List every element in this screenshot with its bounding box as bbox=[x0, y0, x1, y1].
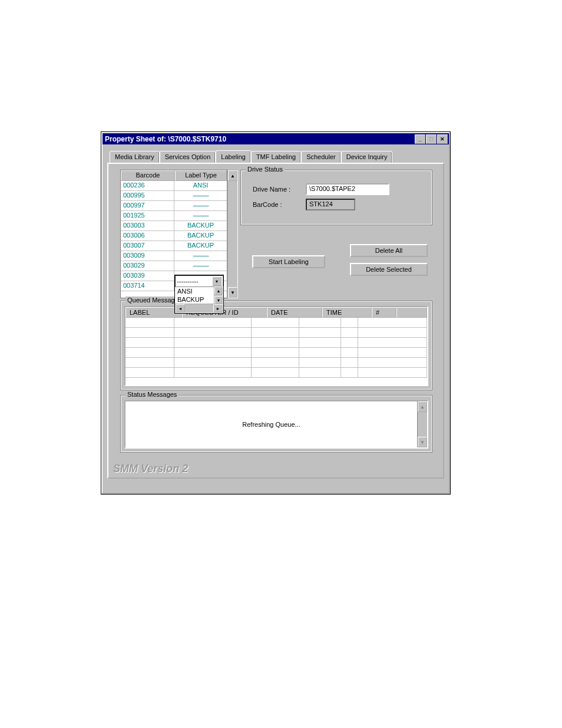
status-messages-legend: Status Messages bbox=[125, 391, 178, 398]
dropdown-selected: ---------- bbox=[177, 278, 199, 285]
barcode-scrollbar[interactable]: ▲ ▼ bbox=[227, 170, 238, 298]
scroll-down-icon[interactable]: ▼ bbox=[228, 287, 237, 298]
titlebar: Property Sheet of: \S7000.$STK9710 _ □ ✕ bbox=[103, 133, 449, 144]
barcode-row[interactable]: 000236ANSI bbox=[121, 181, 227, 191]
minimize-button[interactable]: _ bbox=[415, 134, 425, 144]
drive-status-legend: Drive Status bbox=[246, 166, 285, 173]
start-labeling-button[interactable]: Start Labeling bbox=[252, 255, 325, 268]
tab-tmf-labeling[interactable]: TMF Labeling bbox=[251, 151, 301, 163]
dropdown-vscroll[interactable]: ▲▼ bbox=[214, 286, 223, 305]
barcode-row[interactable]: 003009---------- bbox=[121, 251, 227, 261]
labeltype-dropdown[interactable]: ---------- ▼ ANSIBACKUP ▲▼ ◄► bbox=[174, 275, 224, 314]
queued-messages-group: Queued Messages LABEL REQUESTER / ID DAT… bbox=[120, 301, 432, 390]
queued-messages-table[interactable]: LABEL REQUESTER / ID DATE TIME # bbox=[124, 306, 428, 386]
drive-name-field[interactable]: \S7000.$TAPE2 bbox=[306, 183, 389, 195]
col-header-labeltype[interactable]: Label Type bbox=[175, 170, 227, 181]
property-sheet-window: Property Sheet of: \S7000.$STK9710 _ □ ✕… bbox=[101, 132, 450, 494]
barcode-label: BarCode : bbox=[253, 201, 306, 208]
status-message-text: Refreshing Queue... bbox=[125, 401, 417, 447]
barcode-row[interactable]: 003007BACKUP bbox=[121, 241, 227, 251]
status-messages-group: Status Messages Refreshing Queue... ▲ ▼ bbox=[120, 395, 432, 453]
chevron-down-icon[interactable]: ▼ bbox=[212, 276, 222, 286]
footer-brand: SMM Version 2 bbox=[113, 463, 188, 475]
scroll-up-icon[interactable]: ▲ bbox=[228, 170, 237, 181]
tab-labeling[interactable]: Labeling bbox=[216, 150, 251, 163]
close-button[interactable]: ✕ bbox=[437, 134, 448, 144]
queue-col-time[interactable]: TIME bbox=[322, 307, 372, 318]
scroll-down-icon[interactable]: ▼ bbox=[418, 437, 427, 447]
scroll-up-icon[interactable]: ▲ bbox=[418, 401, 427, 412]
maximize-button: □ bbox=[426, 134, 437, 144]
dropdown-hscroll[interactable]: ◄► bbox=[175, 304, 223, 313]
queue-col-blank bbox=[396, 307, 427, 318]
queue-col-date[interactable]: DATE bbox=[267, 307, 322, 318]
queue-col-hash[interactable]: # bbox=[372, 307, 396, 318]
barcode-row[interactable]: 001925---------- bbox=[121, 211, 227, 221]
barcode-row[interactable]: 000997---------- bbox=[121, 201, 227, 211]
col-header-barcode[interactable]: Barcode bbox=[121, 170, 175, 181]
barcode-row[interactable]: 000995---------- bbox=[121, 191, 227, 201]
tab-strip: Media Library Services Option Labeling T… bbox=[110, 150, 444, 163]
barcode-row[interactable]: 003003BACKUP bbox=[121, 221, 227, 231]
barcode-row[interactable]: 003006BACKUP bbox=[121, 231, 227, 241]
barcode-field: STK124 bbox=[306, 199, 355, 210]
tab-media-library[interactable]: Media Library bbox=[110, 151, 160, 163]
delete-all-button[interactable]: Delete All bbox=[350, 244, 428, 257]
tab-services-option[interactable]: Services Option bbox=[160, 151, 216, 163]
drive-status-group: Drive Status Drive Name : \S7000.$TAPE2 … bbox=[240, 170, 432, 225]
status-scrollbar[interactable]: ▲ ▼ bbox=[417, 401, 427, 447]
window-title: Property Sheet of: \S7000.$STK9710 bbox=[105, 135, 226, 143]
tab-scheduler[interactable]: Scheduler bbox=[301, 151, 341, 163]
delete-selected-button[interactable]: Delete Selected bbox=[350, 263, 428, 276]
queue-col-label[interactable]: LABEL bbox=[125, 307, 182, 318]
barcode-row[interactable]: 003029---------- bbox=[121, 261, 227, 271]
tab-panel-labeling: Barcode Label Type 000236ANSI000995-----… bbox=[107, 163, 444, 479]
tab-device-inquiry[interactable]: Device Inquiry bbox=[341, 151, 393, 163]
drive-name-label: Drive Name : bbox=[253, 186, 306, 193]
